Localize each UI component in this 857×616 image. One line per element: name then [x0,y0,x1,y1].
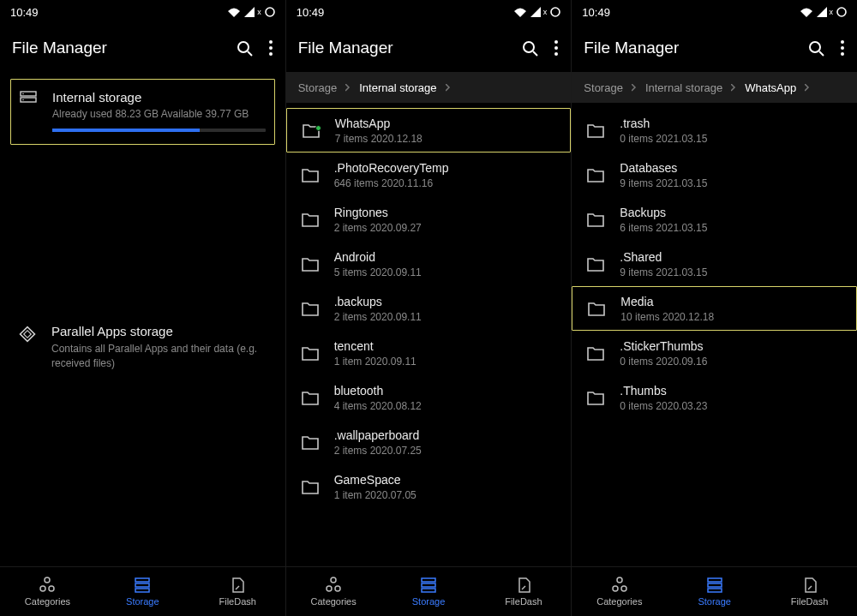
folder-icon [584,389,608,406]
app-title: File Manager [584,39,807,57]
nav-storage-label: Storage [126,596,159,607]
folder-icon [299,122,323,139]
nav-storage[interactable]: Storage [667,567,762,616]
nav-categories[interactable]: Categories [0,567,95,616]
folder-name: bluetooth [334,384,422,398]
folder-name: Media [620,295,714,308]
folder-meta: 0 items 2020.09.16 [620,356,707,368]
folder-name: .Shared [620,250,707,264]
folder-meta: 0 items 2020.03.23 [620,400,707,412]
more-icon[interactable] [840,39,845,57]
wifi-icon [800,7,813,18]
nav-filedash-label: FileDash [791,596,828,607]
folder-item[interactable]: .PhotoRecoveryTemp646 items 2020.11.16 [286,153,572,197]
folder-item[interactable]: .StickerThumbs0 items 2020.09.16 [572,331,857,375]
breadcrumb-item[interactable]: Storage [584,81,623,94]
breadcrumb-item[interactable]: WhatsApp [745,81,796,94]
folder-icon [298,211,322,228]
breadcrumb: StorageInternal storageWhatsApp [572,72,857,103]
folder-name: Backups [620,206,707,219]
folder-name: WhatsApp [335,117,423,130]
nav-filedash[interactable]: FileDash [476,567,571,616]
signal-x-icon: x [543,8,548,16]
nav-categories-label: Categories [25,596,70,607]
folder-icon [584,255,608,272]
folder-item[interactable]: .trash0 items 2021.03.15 [572,108,857,153]
storage-progress [52,129,266,132]
chevron-right-icon [345,84,351,92]
folder-name: .backups [334,295,422,308]
bottom-nav: Categories Storage FileDash [572,566,857,616]
folder-item[interactable]: Backups6 items 2021.03.15 [572,197,857,242]
folder-item[interactable]: .wallpaperboard2 items 2020.07.25 [286,420,572,464]
breadcrumb-item[interactable]: Storage [298,81,338,94]
folder-meta: 9 items 2021.03.15 [620,177,707,189]
parallel-storage-sub: Contains all Parallel Apps and their dat… [51,342,267,371]
folder-item[interactable]: Databases9 items 2021.03.15 [572,153,857,197]
more-icon[interactable] [554,39,559,57]
folder-item[interactable]: GameSpace1 item 2020.07.05 [286,464,572,509]
nav-categories-label: Categories [596,596,642,607]
signal-icon [244,7,255,18]
search-icon[interactable] [236,39,253,57]
screen-whatsapp-folder: 10:49 x File Manager StorageInternal sto… [572,0,857,616]
app-bar: File Manager [0,24,285,72]
folder-list: WhatsApp7 items 2020.12.18.PhotoRecovery… [286,103,572,566]
search-icon[interactable] [807,39,824,57]
nav-filedash[interactable]: FileDash [762,567,857,616]
parallel-storage-card[interactable]: Parallel Apps storage Contains all Paral… [10,317,275,378]
status-bar: 10:49 x [286,0,572,24]
folder-name: .StickerThumbs [620,339,707,353]
storage-nav-icon [134,577,151,594]
filedash-icon [515,577,532,594]
filedash-icon [229,577,246,594]
filedash-icon [801,577,818,594]
folder-item[interactable]: .Shared9 items 2021.03.15 [572,242,857,286]
folder-item[interactable]: .Thumbs0 items 2020.03.23 [572,375,857,420]
folder-icon [298,434,322,451]
nav-categories[interactable]: Categories [572,567,667,616]
chevron-right-icon [731,84,736,92]
folder-meta: 6 items 2021.03.15 [620,222,707,234]
folder-item[interactable]: bluetooth4 items 2020.08.12 [286,375,572,420]
nav-storage[interactable]: Storage [381,567,476,616]
folder-icon [584,211,608,228]
breadcrumb-item[interactable]: Internal storage [645,81,722,94]
parallel-storage-title: Parallel Apps storage [51,324,267,338]
breadcrumb: StorageInternal storage [286,72,572,103]
app-bar: File Manager [286,24,572,72]
breadcrumb-item[interactable]: Internal storage [359,81,436,94]
folder-icon [298,344,322,362]
folder-item[interactable]: Android5 items 2020.09.11 [286,242,572,286]
folder-meta: 2 items 2020.07.25 [334,445,422,457]
more-icon[interactable] [268,39,273,57]
folder-list: .trash0 items 2021.03.15Databases9 items… [572,103,857,566]
circle-icon [836,7,847,17]
folder-meta: 5 items 2020.09.11 [334,266,422,278]
nav-storage[interactable]: Storage [95,567,190,616]
bottom-nav: Categories Storage FileDash [286,566,572,616]
storage-progress-fill [52,129,200,132]
nav-filedash-label: FileDash [219,596,256,607]
nav-categories[interactable]: Categories [286,567,381,616]
folder-item[interactable]: Media10 items 2020.12.18 [572,286,857,331]
folder-meta: 646 items 2020.11.16 [334,177,449,189]
internal-storage-card[interactable]: Internal storage Already used 88.23 GB A… [10,79,275,145]
folder-name: .PhotoRecoveryTemp [334,161,449,175]
circle-icon [550,7,560,17]
folder-item[interactable]: Ringtones2 items 2020.09.27 [286,197,572,242]
folder-item[interactable]: .backups2 items 2020.09.11 [286,286,572,331]
folder-meta: 1 item 2020.07.05 [334,489,417,501]
folder-icon [298,255,322,272]
categories-icon [325,577,342,594]
app-title: File Manager [12,39,236,57]
folder-meta: 7 items 2020.12.18 [335,133,423,145]
storage-nav-icon [420,577,437,594]
folder-item[interactable]: tencent1 item 2020.09.11 [286,331,572,375]
folder-item[interactable]: WhatsApp7 items 2020.12.18 [286,108,572,153]
search-icon[interactable] [521,39,538,57]
folder-icon [298,300,322,317]
nav-filedash[interactable]: FileDash [190,567,285,616]
folder-icon [584,166,608,183]
nav-categories-label: Categories [311,596,357,607]
